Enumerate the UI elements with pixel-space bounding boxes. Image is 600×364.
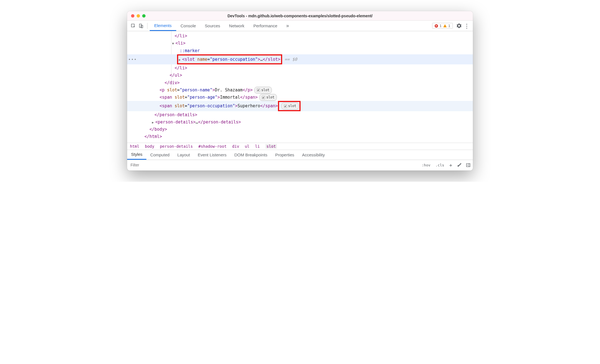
styles-filter-bar: :hov .cls + bbox=[127, 160, 473, 171]
tree-row[interactable]: <span slot="person-occupation">Superhero… bbox=[127, 101, 473, 111]
hov-toggle[interactable]: :hov bbox=[421, 163, 432, 167]
error-icon: ✕ bbox=[435, 24, 438, 28]
tree-row[interactable]: <p slot="person-name">Dr. Shazaam</p>slo… bbox=[127, 86, 473, 94]
tree-row[interactable]: </ul> bbox=[127, 72, 473, 79]
device-toolbar-icon[interactable] bbox=[137, 22, 145, 30]
crumb-li[interactable]: li bbox=[255, 144, 260, 149]
tree-row[interactable]: <span slot="person-age">Immortal</span>s… bbox=[127, 94, 473, 101]
subtab-accessibility[interactable]: Accessibility bbox=[298, 150, 329, 160]
tree-row[interactable]: </li> bbox=[127, 32, 473, 40]
crumb-div[interactable]: div bbox=[232, 144, 239, 149]
tree-row[interactable]: </div> bbox=[127, 79, 473, 86]
reveal-slot-badge[interactable]: slot bbox=[259, 94, 277, 101]
tree-row[interactable]: ▼<li> bbox=[127, 40, 473, 47]
tab-sources[interactable]: Sources bbox=[200, 21, 225, 31]
separator bbox=[147, 23, 147, 29]
breadcrumb: html body person-details #shadow-root di… bbox=[127, 143, 473, 150]
tab-network[interactable]: Network bbox=[225, 21, 249, 31]
paint-brush-icon[interactable] bbox=[456, 161, 462, 169]
subtab-styles[interactable]: Styles bbox=[127, 150, 146, 160]
tab-more-icon[interactable]: » bbox=[282, 21, 294, 31]
highlight-box: slot bbox=[278, 101, 301, 111]
gutter-dots-icon[interactable]: ••• bbox=[128, 56, 137, 63]
svg-rect-6 bbox=[466, 163, 470, 166]
tab-elements[interactable]: Elements bbox=[150, 21, 176, 31]
crumb-html[interactable]: html bbox=[130, 144, 139, 149]
reveal-slot-badge[interactable]: slot bbox=[281, 103, 299, 110]
tree-row[interactable]: </html> bbox=[127, 133, 473, 140]
crumb-slot[interactable]: slot bbox=[265, 144, 277, 149]
caret-right-icon[interactable]: ▶ bbox=[179, 57, 182, 62]
highlight-box: ▶<slot name="person-occupation">…</slot> bbox=[177, 54, 282, 64]
toggle-pane-icon[interactable] bbox=[465, 161, 471, 169]
tree-row[interactable]: </person-details> bbox=[127, 111, 473, 118]
crumb-person-details[interactable]: person-details bbox=[160, 144, 193, 149]
subtab-dom-breakpoints[interactable]: DOM Breakpoints bbox=[231, 150, 271, 160]
window-title: DevTools - mdn.github.io/web-components-… bbox=[127, 14, 473, 18]
warning-count: 1 bbox=[448, 24, 450, 28]
gear-icon[interactable] bbox=[455, 22, 463, 30]
new-style-rule-icon[interactable]: + bbox=[448, 162, 453, 168]
subtab-computed[interactable]: Computed bbox=[146, 150, 173, 160]
inspect-element-icon[interactable] bbox=[129, 22, 137, 30]
crumb-body[interactable]: body bbox=[145, 144, 154, 149]
reveal-slot-badge[interactable]: slot bbox=[254, 87, 272, 94]
caret-down-icon[interactable]: ▼ bbox=[172, 41, 175, 46]
tree-row[interactable]: </body> bbox=[127, 126, 473, 133]
titlebar: DevTools - mdn.github.io/web-components-… bbox=[127, 11, 473, 21]
subtab-properties[interactable]: Properties bbox=[271, 150, 298, 160]
caret-right-icon[interactable]: ▶ bbox=[152, 120, 155, 125]
tree-row-selected[interactable]: ••• ▶<slot name="person-occupation">…</s… bbox=[127, 54, 473, 64]
tree-row[interactable]: </li> bbox=[127, 64, 473, 72]
kebab-menu-icon[interactable]: ⋮ bbox=[463, 22, 471, 30]
crumb-shadow-root[interactable]: #shadow-root bbox=[198, 144, 226, 149]
error-count: 1 bbox=[440, 24, 442, 28]
subtab-layout[interactable]: Layout bbox=[173, 150, 194, 160]
tab-performance[interactable]: Performance bbox=[249, 21, 282, 31]
styles-filter-input[interactable] bbox=[129, 163, 418, 167]
subtab-event-listeners[interactable]: Event Listeners bbox=[194, 150, 230, 160]
panel-tabs: Elements Console Sources Network Perform… bbox=[150, 21, 294, 31]
elements-tree[interactable]: </li> ▼<li> ::marker ••• ▶<slot name="pe… bbox=[127, 31, 473, 143]
status-badges[interactable]: ✕ 1 1 bbox=[432, 23, 453, 29]
devtools-window: DevTools - mdn.github.io/web-components-… bbox=[127, 11, 473, 171]
styles-pane-tabs: Styles Computed Layout Event Listeners D… bbox=[127, 150, 473, 160]
crumb-ul[interactable]: ul bbox=[245, 144, 250, 149]
warning-icon bbox=[443, 24, 447, 27]
tab-console[interactable]: Console bbox=[176, 21, 200, 31]
main-toolbar: Elements Console Sources Network Perform… bbox=[127, 21, 473, 31]
tree-row[interactable]: ▶<person-details>…</person-details> bbox=[127, 118, 473, 126]
tree-row[interactable]: ::marker bbox=[127, 47, 473, 54]
cls-toggle[interactable]: .cls bbox=[434, 163, 445, 167]
